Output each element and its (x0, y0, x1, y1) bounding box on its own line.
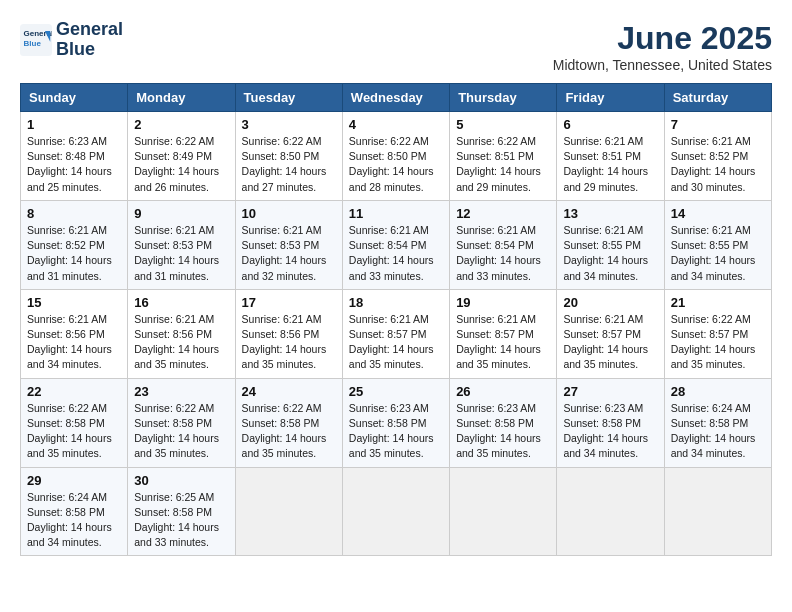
day-number: 8 (27, 206, 121, 221)
day-info: Sunrise: 6:24 AMSunset: 8:58 PMDaylight:… (671, 401, 765, 462)
day-info: Sunrise: 6:21 AMSunset: 8:53 PMDaylight:… (134, 223, 228, 284)
page-header: General Blue GeneralBlue June 2025 Midto… (20, 20, 772, 73)
calendar-cell: 20Sunrise: 6:21 AMSunset: 8:57 PMDayligh… (557, 289, 664, 378)
calendar-cell: 27Sunrise: 6:23 AMSunset: 8:58 PMDayligh… (557, 378, 664, 467)
day-info: Sunrise: 6:23 AMSunset: 8:58 PMDaylight:… (456, 401, 550, 462)
location-text: Midtown, Tennessee, United States (553, 57, 772, 73)
calendar-cell: 25Sunrise: 6:23 AMSunset: 8:58 PMDayligh… (342, 378, 449, 467)
day-info: Sunrise: 6:22 AMSunset: 8:58 PMDaylight:… (27, 401, 121, 462)
day-number: 10 (242, 206, 336, 221)
calendar-cell: 17Sunrise: 6:21 AMSunset: 8:56 PMDayligh… (235, 289, 342, 378)
day-info: Sunrise: 6:21 AMSunset: 8:57 PMDaylight:… (456, 312, 550, 373)
day-number: 19 (456, 295, 550, 310)
day-number: 24 (242, 384, 336, 399)
calendar-cell: 24Sunrise: 6:22 AMSunset: 8:58 PMDayligh… (235, 378, 342, 467)
day-info: Sunrise: 6:23 AMSunset: 8:58 PMDaylight:… (349, 401, 443, 462)
day-number: 17 (242, 295, 336, 310)
calendar-cell: 5Sunrise: 6:22 AMSunset: 8:51 PMDaylight… (450, 112, 557, 201)
day-info: Sunrise: 6:21 AMSunset: 8:54 PMDaylight:… (349, 223, 443, 284)
day-number: 1 (27, 117, 121, 132)
day-number: 16 (134, 295, 228, 310)
weekday-header: Wednesday (342, 84, 449, 112)
calendar-cell: 26Sunrise: 6:23 AMSunset: 8:58 PMDayligh… (450, 378, 557, 467)
calendar-cell: 19Sunrise: 6:21 AMSunset: 8:57 PMDayligh… (450, 289, 557, 378)
weekday-header: Tuesday (235, 84, 342, 112)
day-info: Sunrise: 6:25 AMSunset: 8:58 PMDaylight:… (134, 490, 228, 551)
day-number: 29 (27, 473, 121, 488)
calendar-cell: 22Sunrise: 6:22 AMSunset: 8:58 PMDayligh… (21, 378, 128, 467)
calendar-cell: 28Sunrise: 6:24 AMSunset: 8:58 PMDayligh… (664, 378, 771, 467)
day-info: Sunrise: 6:22 AMSunset: 8:49 PMDaylight:… (134, 134, 228, 195)
calendar-cell: 16Sunrise: 6:21 AMSunset: 8:56 PMDayligh… (128, 289, 235, 378)
calendar-cell: 13Sunrise: 6:21 AMSunset: 8:55 PMDayligh… (557, 200, 664, 289)
day-number: 26 (456, 384, 550, 399)
weekday-header: Friday (557, 84, 664, 112)
day-info: Sunrise: 6:21 AMSunset: 8:55 PMDaylight:… (671, 223, 765, 284)
svg-text:Blue: Blue (24, 39, 42, 48)
calendar-header-row: SundayMondayTuesdayWednesdayThursdayFrid… (21, 84, 772, 112)
day-number: 11 (349, 206, 443, 221)
day-number: 28 (671, 384, 765, 399)
calendar-cell: 11Sunrise: 6:21 AMSunset: 8:54 PMDayligh… (342, 200, 449, 289)
calendar-cell: 6Sunrise: 6:21 AMSunset: 8:51 PMDaylight… (557, 112, 664, 201)
day-info: Sunrise: 6:21 AMSunset: 8:52 PMDaylight:… (27, 223, 121, 284)
day-info: Sunrise: 6:21 AMSunset: 8:54 PMDaylight:… (456, 223, 550, 284)
day-info: Sunrise: 6:21 AMSunset: 8:56 PMDaylight:… (242, 312, 336, 373)
calendar-cell: 1Sunrise: 6:23 AMSunset: 8:48 PMDaylight… (21, 112, 128, 201)
day-number: 12 (456, 206, 550, 221)
calendar-table: SundayMondayTuesdayWednesdayThursdayFrid… (20, 83, 772, 556)
calendar-cell: 9Sunrise: 6:21 AMSunset: 8:53 PMDaylight… (128, 200, 235, 289)
day-number: 27 (563, 384, 657, 399)
day-number: 22 (27, 384, 121, 399)
day-info: Sunrise: 6:21 AMSunset: 8:57 PMDaylight:… (563, 312, 657, 373)
day-info: Sunrise: 6:21 AMSunset: 8:53 PMDaylight:… (242, 223, 336, 284)
day-number: 25 (349, 384, 443, 399)
day-info: Sunrise: 6:23 AMSunset: 8:58 PMDaylight:… (563, 401, 657, 462)
day-number: 14 (671, 206, 765, 221)
logo-name: GeneralBlue (56, 20, 123, 60)
calendar-cell: 18Sunrise: 6:21 AMSunset: 8:57 PMDayligh… (342, 289, 449, 378)
day-number: 7 (671, 117, 765, 132)
calendar-cell: 10Sunrise: 6:21 AMSunset: 8:53 PMDayligh… (235, 200, 342, 289)
calendar-cell (342, 467, 449, 556)
day-number: 4 (349, 117, 443, 132)
calendar-cell: 12Sunrise: 6:21 AMSunset: 8:54 PMDayligh… (450, 200, 557, 289)
day-number: 5 (456, 117, 550, 132)
calendar-cell: 21Sunrise: 6:22 AMSunset: 8:57 PMDayligh… (664, 289, 771, 378)
calendar-cell: 7Sunrise: 6:21 AMSunset: 8:52 PMDaylight… (664, 112, 771, 201)
calendar-cell: 23Sunrise: 6:22 AMSunset: 8:58 PMDayligh… (128, 378, 235, 467)
calendar-cell: 30Sunrise: 6:25 AMSunset: 8:58 PMDayligh… (128, 467, 235, 556)
day-number: 6 (563, 117, 657, 132)
weekday-header: Saturday (664, 84, 771, 112)
logo-icon: General Blue (20, 24, 52, 56)
title-block: June 2025 Midtown, Tennessee, United Sta… (553, 20, 772, 73)
day-info: Sunrise: 6:21 AMSunset: 8:56 PMDaylight:… (27, 312, 121, 373)
day-info: Sunrise: 6:22 AMSunset: 8:50 PMDaylight:… (349, 134, 443, 195)
day-number: 3 (242, 117, 336, 132)
day-info: Sunrise: 6:21 AMSunset: 8:51 PMDaylight:… (563, 134, 657, 195)
day-number: 9 (134, 206, 228, 221)
day-number: 13 (563, 206, 657, 221)
day-info: Sunrise: 6:21 AMSunset: 8:55 PMDaylight:… (563, 223, 657, 284)
calendar-cell: 15Sunrise: 6:21 AMSunset: 8:56 PMDayligh… (21, 289, 128, 378)
month-title: June 2025 (553, 20, 772, 57)
calendar-cell (450, 467, 557, 556)
calendar-cell: 8Sunrise: 6:21 AMSunset: 8:52 PMDaylight… (21, 200, 128, 289)
day-number: 15 (27, 295, 121, 310)
logo: General Blue GeneralBlue (20, 20, 123, 60)
day-number: 30 (134, 473, 228, 488)
calendar-cell: 29Sunrise: 6:24 AMSunset: 8:58 PMDayligh… (21, 467, 128, 556)
calendar-cell (557, 467, 664, 556)
calendar-cell: 14Sunrise: 6:21 AMSunset: 8:55 PMDayligh… (664, 200, 771, 289)
day-info: Sunrise: 6:22 AMSunset: 8:58 PMDaylight:… (242, 401, 336, 462)
day-info: Sunrise: 6:21 AMSunset: 8:56 PMDaylight:… (134, 312, 228, 373)
calendar-cell (664, 467, 771, 556)
day-info: Sunrise: 6:22 AMSunset: 8:57 PMDaylight:… (671, 312, 765, 373)
weekday-header: Monday (128, 84, 235, 112)
day-number: 20 (563, 295, 657, 310)
day-info: Sunrise: 6:23 AMSunset: 8:48 PMDaylight:… (27, 134, 121, 195)
day-info: Sunrise: 6:21 AMSunset: 8:57 PMDaylight:… (349, 312, 443, 373)
calendar-cell (235, 467, 342, 556)
day-info: Sunrise: 6:22 AMSunset: 8:58 PMDaylight:… (134, 401, 228, 462)
day-number: 21 (671, 295, 765, 310)
